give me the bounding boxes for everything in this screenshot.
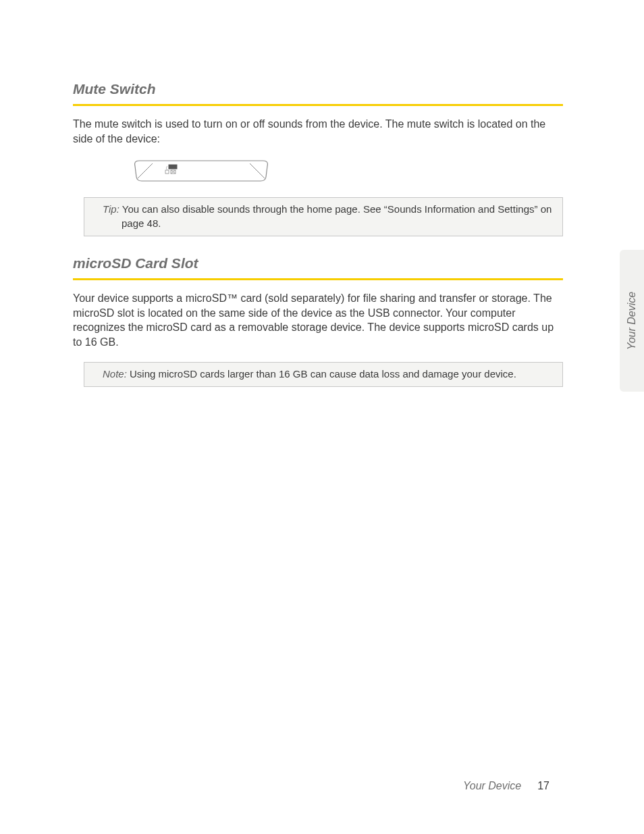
footer-page-number: 17 — [537, 780, 549, 791]
note-label: Note: — [103, 368, 127, 380]
side-tab: Your Device — [620, 250, 644, 392]
heading-underline — [73, 278, 563, 280]
heading-microsd: microSD Card Slot — [73, 255, 563, 276]
footer-section: Your Device — [463, 780, 521, 791]
tip-text: You can also disable sounds through the … — [119, 203, 552, 229]
tip-callout: Tip: You can also disable sounds through… — [84, 197, 563, 236]
note-callout: Note: Using microSD cards larger than 16… — [84, 362, 563, 387]
note-text: Using microSD cards larger than 16 GB ca… — [127, 368, 516, 380]
heading-underline — [73, 104, 563, 106]
microsd-description: Your device supports a microSD™ card (so… — [73, 291, 563, 349]
side-tab-label: Your Device — [626, 292, 638, 350]
page: Mute Switch The mute switch is used to t… — [0, 0, 644, 834]
mute-switch-description: The mute switch is used to turn on or of… — [73, 117, 563, 146]
device-side-illustration — [134, 158, 563, 185]
tip-label: Tip: — [103, 203, 119, 215]
page-footer: Your Device17 — [463, 780, 549, 792]
heading-mute-switch: Mute Switch — [73, 81, 563, 101]
svg-rect-2 — [169, 165, 177, 169]
